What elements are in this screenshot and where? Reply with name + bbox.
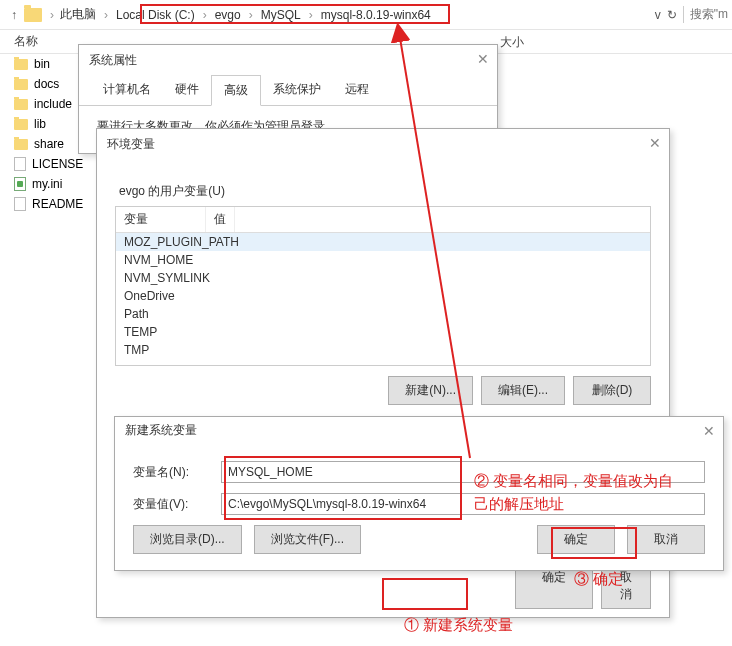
- dialog-title: 系统属性 ✕: [79, 45, 497, 75]
- breadcrumb[interactable]: 此电脑 › Local Disk (C:) › evgo › MySQL › m…: [58, 6, 433, 23]
- list-header: 变量 值: [116, 207, 650, 233]
- table-row[interactable]: NVM_HOME: [116, 251, 650, 269]
- table-row[interactable]: OneDrive: [116, 287, 650, 305]
- chevron-right-icon: ›: [245, 8, 257, 22]
- var-name: TMP: [116, 341, 157, 359]
- new-system-variable-dialog: 新建系统变量 ✕ 变量名(N): MYSQL_HOME 变量值(V): C:\e…: [114, 416, 724, 571]
- newvar-cancel-button[interactable]: 取消: [627, 525, 705, 554]
- table-row[interactable]: TMP: [116, 341, 650, 359]
- chevron-right-icon: ›: [305, 8, 317, 22]
- user-var-list[interactable]: 变量 值 MOZ_PLUGIN_PATH NVM_HOME NVM_SYMLIN…: [115, 206, 651, 366]
- column-header-size[interactable]: 大小: [500, 34, 524, 51]
- var-name: NVM_SYMLINK: [116, 269, 218, 287]
- dialog-title-text: 新建系统变量: [125, 422, 197, 439]
- file-name: my.ini: [32, 177, 62, 191]
- var-name-label: 变量名(N):: [133, 464, 203, 481]
- crumb[interactable]: 此电脑: [58, 6, 98, 23]
- list-item[interactable]: my.ini: [14, 174, 94, 194]
- input-value: C:\evgo\MySQL\mysql-8.0.19-winx64: [228, 497, 426, 511]
- folder-icon: [14, 139, 28, 150]
- delete-user-var-button[interactable]: 删除(D): [573, 376, 651, 405]
- crumb[interactable]: Local Disk (C:): [114, 8, 197, 22]
- table-row[interactable]: MOZ_PLUGIN_PATH: [116, 233, 650, 251]
- folder-icon: [14, 99, 28, 110]
- dialog-title-text: 系统属性: [89, 52, 137, 69]
- table-row[interactable]: Path: [116, 305, 650, 323]
- file-name: docs: [34, 77, 59, 91]
- table-row[interactable]: TEMP: [116, 323, 650, 341]
- var-value-label: 变量值(V):: [133, 496, 203, 513]
- chevron-right-icon: ›: [199, 8, 211, 22]
- annotation-text-1: ① 新建系统变量: [404, 616, 513, 635]
- close-icon[interactable]: ✕: [703, 423, 715, 439]
- var-name: TEMP: [116, 323, 165, 341]
- chevron-right-icon: ›: [100, 8, 112, 22]
- file-name: lib: [34, 117, 46, 131]
- crumb[interactable]: mysql-8.0.19-winx64: [319, 8, 433, 22]
- tab-computername[interactable]: 计算机名: [91, 75, 163, 105]
- var-name: Path: [116, 305, 157, 323]
- explorer-address-bar: ↑ › 此电脑 › Local Disk (C:) › evgo › MySQL…: [0, 0, 732, 30]
- col-value[interactable]: 值: [206, 207, 235, 232]
- file-name: LICENSE: [32, 157, 83, 171]
- var-name: MOZ_PLUGIN_PATH: [116, 233, 247, 251]
- dropdown-icon[interactable]: v: [655, 8, 661, 22]
- list-item[interactable]: README: [14, 194, 94, 214]
- dialog-title-text: 环境变量: [107, 136, 155, 153]
- user-vars-label: evgo 的用户变量(U): [119, 183, 651, 200]
- nav-up-icon[interactable]: ↑: [4, 5, 24, 25]
- var-name-input[interactable]: MYSQL_HOME: [221, 461, 705, 483]
- crumb[interactable]: evgo: [213, 8, 243, 22]
- var-name: OneDrive: [116, 287, 183, 305]
- folder-icon: [24, 8, 42, 22]
- tab-hardware[interactable]: 硬件: [163, 75, 211, 105]
- tab-advanced[interactable]: 高级: [211, 75, 261, 106]
- edit-user-var-button[interactable]: 编辑(E)...: [481, 376, 565, 405]
- dialog-title: 新建系统变量 ✕: [115, 417, 723, 443]
- file-icon: [14, 197, 26, 211]
- browse-file-button[interactable]: 浏览文件(F)...: [254, 525, 361, 554]
- file-name: include: [34, 97, 72, 111]
- dialog-title: 环境变量 ✕: [97, 129, 669, 159]
- new-user-var-button[interactable]: 新建(N)...: [388, 376, 473, 405]
- file-name: share: [34, 137, 64, 151]
- folder-icon: [14, 59, 28, 70]
- newvar-ok-button[interactable]: 确定: [537, 525, 615, 554]
- close-icon[interactable]: ✕: [477, 51, 489, 67]
- chevron-right-icon: ›: [46, 8, 58, 22]
- tab-remote[interactable]: 远程: [333, 75, 381, 105]
- file-icon: [14, 157, 26, 171]
- search-input[interactable]: 搜索"m: [683, 6, 728, 23]
- column-header-label: 名称: [14, 33, 38, 50]
- browse-dir-button[interactable]: 浏览目录(D)...: [133, 525, 242, 554]
- table-row[interactable]: NVM_SYMLINK: [116, 269, 650, 287]
- tab-strip: 计算机名 硬件 高级 系统保护 远程: [79, 75, 497, 106]
- tab-systemprotection[interactable]: 系统保护: [261, 75, 333, 105]
- var-value-input[interactable]: C:\evgo\MySQL\mysql-8.0.19-winx64: [221, 493, 705, 515]
- folder-icon: [14, 119, 28, 130]
- close-icon[interactable]: ✕: [649, 135, 661, 151]
- list-item[interactable]: LICENSE: [14, 154, 94, 174]
- col-variable[interactable]: 变量: [116, 207, 206, 232]
- input-value: MYSQL_HOME: [228, 465, 313, 479]
- ini-file-icon: [14, 177, 26, 191]
- crumb[interactable]: MySQL: [259, 8, 303, 22]
- file-name: README: [32, 197, 83, 211]
- folder-icon: [14, 79, 28, 90]
- refresh-icon[interactable]: ↻: [667, 8, 677, 22]
- var-name: NVM_HOME: [116, 251, 201, 269]
- file-name: bin: [34, 57, 50, 71]
